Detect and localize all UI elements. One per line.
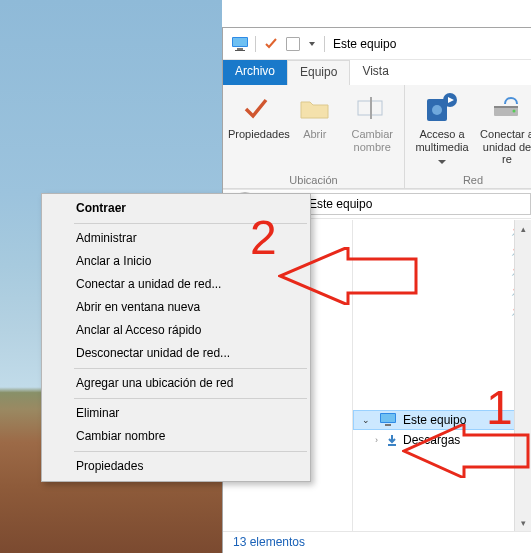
network-drive-icon (490, 91, 524, 125)
menu-disconnect-drive[interactable]: Desconectar unidad de red... (44, 342, 308, 365)
menu-delete[interactable]: Eliminar (44, 402, 308, 425)
separator (324, 36, 325, 52)
tab-file[interactable]: Archivo (223, 60, 287, 85)
separator (74, 398, 307, 399)
dropdown-icon[interactable] (308, 36, 316, 52)
rename-button[interactable]: Cambiar nombre (344, 91, 402, 153)
list-item[interactable]: 📌 (353, 260, 531, 280)
menu-collapse[interactable]: Contraer (44, 197, 308, 220)
menu-add-network-location[interactable]: Agregar una ubicación de red (44, 372, 308, 395)
rename-icon (355, 91, 389, 125)
menu-pin-quick[interactable]: Anclar al Acceso rápido (44, 319, 308, 342)
document-icon[interactable] (285, 36, 301, 52)
scrollbar[interactable]: ▴ ▾ (514, 220, 531, 531)
list-item[interactable] (353, 340, 531, 360)
media-icon (425, 91, 459, 125)
separator (74, 368, 307, 369)
menu-pin-start[interactable]: Anclar a Inicio (44, 250, 308, 273)
tree-item-downloads[interactable]: › Descargas (353, 430, 531, 450)
separator (74, 223, 307, 224)
monitor-icon (380, 412, 396, 428)
chevron-down-icon[interactable]: ⌄ (362, 415, 370, 425)
scroll-up-icon[interactable]: ▴ (515, 220, 531, 237)
ribbon-tabs: Archivo Equipo Vista (223, 60, 531, 85)
svg-rect-16 (381, 414, 395, 422)
list-item[interactable]: 📌 (353, 300, 531, 320)
titlebar: Este equipo (223, 28, 531, 60)
tree-item-label: Descargas (403, 433, 460, 447)
svg-rect-10 (494, 106, 518, 108)
group-label-location: Ubicación (226, 172, 401, 186)
breadcrumb[interactable]: Este equipo (309, 197, 372, 211)
menu-map-drive[interactable]: Conectar a unidad de red... (44, 273, 308, 296)
menu-rename[interactable]: Cambiar nombre (44, 425, 308, 448)
svg-rect-2 (237, 48, 243, 50)
menu-properties[interactable]: Propiedades (44, 455, 308, 478)
folder-open-icon (298, 91, 332, 125)
tree-item-label: Este equipo (403, 413, 466, 427)
chevron-right-icon[interactable]: › (375, 435, 378, 445)
context-menu: Contraer Administrar Anclar a Inicio Con… (41, 193, 311, 482)
list-item[interactable]: 📌 (353, 280, 531, 300)
media-access-button[interactable]: Acceso a multimedia (408, 91, 476, 167)
scroll-down-icon[interactable]: ▾ (515, 514, 531, 531)
status-bar: 13 elementos (223, 531, 531, 553)
svg-point-7 (432, 105, 442, 115)
list-item[interactable]: 📌 (353, 220, 531, 240)
group-label-network: Red (408, 172, 531, 186)
status-items: 13 elementos (233, 535, 305, 549)
separator (74, 451, 307, 452)
tree-item-this-pc[interactable]: ⌄ Este equipo (353, 410, 531, 430)
svg-point-11 (513, 110, 516, 113)
properties-button[interactable]: Propiedades (226, 91, 286, 141)
menu-manage[interactable]: Administrar (44, 227, 308, 250)
svg-rect-3 (235, 50, 245, 51)
list-item[interactable]: 📌 (353, 240, 531, 260)
list-column: 📌 📌 📌 📌 📌 ⌄ Este equipo › Descargas ▴ ▾ (353, 220, 531, 531)
check-icon[interactable] (263, 36, 279, 52)
separator (255, 36, 256, 52)
list-item[interactable] (353, 360, 531, 380)
menu-open-new-window[interactable]: Abrir en ventana nueva (44, 296, 308, 319)
open-button[interactable]: Abrir (286, 91, 344, 141)
download-icon (385, 434, 399, 446)
check-icon (239, 91, 273, 125)
tab-equipo[interactable]: Equipo (287, 60, 350, 85)
map-drive-button[interactable]: Conectar a unidad de re (476, 91, 531, 166)
ribbon: Propiedades Abrir Cambiar nombre Ubicaci… (223, 85, 531, 189)
svg-rect-1 (233, 38, 247, 46)
tab-vista[interactable]: Vista (350, 60, 400, 85)
window-title: Este equipo (333, 37, 396, 51)
svg-rect-17 (385, 424, 391, 426)
monitor-icon (232, 36, 248, 52)
list-item[interactable] (353, 320, 531, 340)
